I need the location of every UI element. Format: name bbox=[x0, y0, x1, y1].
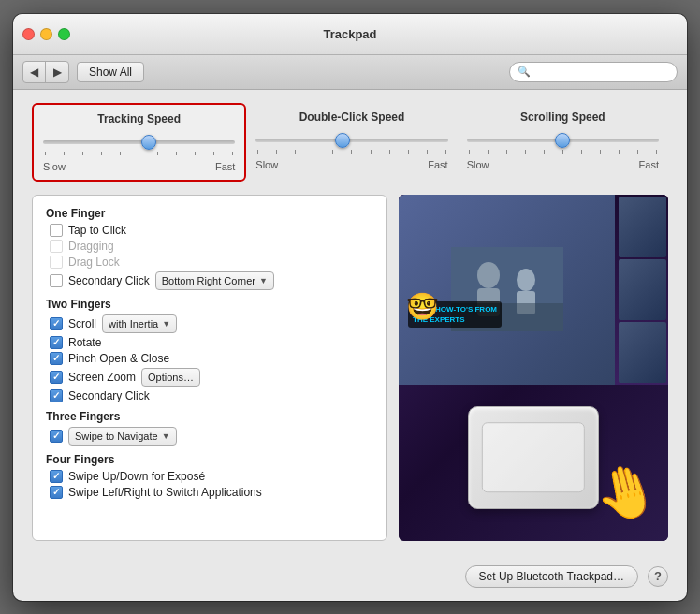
double-click-speed-slider[interactable] bbox=[255, 131, 447, 155]
section-four-fingers: Four Fingers bbox=[46, 453, 373, 466]
settings-panel: One Finger Tap to Click Dragging Drag Lo… bbox=[32, 195, 387, 541]
dragging-label: Dragging bbox=[68, 240, 114, 253]
window-title: Trackpad bbox=[323, 27, 376, 41]
secondary-click-one-dropdown[interactable]: Bottom Right Corner ▼ bbox=[155, 271, 274, 290]
screen-zoom-dropdown-value: Options… bbox=[148, 372, 194, 383]
scrolling-speed-label: Scrolling Speed bbox=[520, 110, 605, 124]
double-click-speed-slow: Slow bbox=[255, 159, 278, 170]
tracking-speed-slider[interactable] bbox=[43, 133, 235, 157]
maximize-button[interactable] bbox=[58, 28, 70, 40]
preview-sidebar bbox=[617, 195, 668, 386]
swipe-navigate-dropdown-arrow-icon: ▼ bbox=[162, 431, 170, 441]
pinch-checkbox[interactable]: ✓ bbox=[50, 352, 63, 365]
tap-to-click-label: Tap to Click bbox=[68, 224, 126, 237]
swipe-apps-label: Swipe Left/Right to Switch Applications bbox=[68, 486, 262, 499]
drag-lock-label: Drag Lock bbox=[68, 256, 120, 269]
dropdown-arrow-icon: ▼ bbox=[259, 276, 268, 285]
titlebar: Trackpad bbox=[13, 14, 687, 55]
secondary-click-two-label: Secondary Click bbox=[68, 389, 150, 402]
scrolling-speed-ends: Slow Fast bbox=[467, 159, 659, 170]
main-panel: One Finger Tap to Click Dragging Drag Lo… bbox=[32, 195, 668, 541]
preview-trackpad: 🤚 bbox=[399, 374, 668, 541]
svg-point-3 bbox=[517, 269, 535, 291]
rotate-label: Rotate bbox=[68, 336, 101, 349]
double-click-speed-fast: Fast bbox=[428, 159, 447, 170]
trackpad-device bbox=[468, 406, 599, 509]
double-click-speed-group: Double-Click Speed Slow Fast bbox=[246, 103, 457, 182]
preview-background: TECH HOW-TO'S FROMTHE EXPERTS 🤓 bbox=[399, 195, 668, 541]
toolbar: ◀ ▶ Show All 🔍 bbox=[13, 55, 687, 90]
nav-buttons: ◀ ▶ bbox=[22, 61, 69, 83]
secondary-click-one-label: Secondary Click bbox=[68, 274, 150, 287]
forward-button[interactable]: ▶ bbox=[46, 62, 68, 82]
preview-main-photo: TECH HOW-TO'S FROMTHE EXPERTS bbox=[399, 195, 615, 386]
tracking-speed-label: Tracking Speed bbox=[97, 112, 181, 125]
scroll-label: Scroll bbox=[68, 317, 96, 330]
search-icon: 🔍 bbox=[518, 66, 531, 78]
bluetooth-trackpad-button[interactable]: Set Up Bluetooth Trackpad… bbox=[465, 565, 638, 588]
swipe-navigate-row: ✓ Swipe to Navigate ▼ bbox=[46, 427, 373, 446]
back-button[interactable]: ◀ bbox=[23, 62, 46, 82]
svg-point-1 bbox=[477, 262, 500, 288]
secondary-click-one-checkbox[interactable] bbox=[50, 274, 63, 287]
drag-lock-checkbox[interactable] bbox=[50, 256, 63, 269]
scroll-dropdown-arrow-icon: ▼ bbox=[162, 319, 170, 329]
preview-thumb-2 bbox=[619, 259, 666, 320]
scrolling-speed-slow: Slow bbox=[467, 159, 489, 170]
scroll-dropdown[interactable]: with Inertia ▼ bbox=[102, 314, 177, 333]
tracking-speed-slow: Slow bbox=[43, 161, 66, 172]
pinch-label: Pinch Open & Close bbox=[68, 352, 169, 365]
swipe-apps-checkbox[interactable]: ✓ bbox=[50, 486, 63, 499]
swipe-navigate-checkbox[interactable]: ✓ bbox=[50, 430, 63, 443]
main-window: Trackpad ◀ ▶ Show All 🔍 Tracking Speed bbox=[13, 14, 687, 601]
hand-icon: 🤚 bbox=[589, 460, 664, 526]
scrolling-speed-fast: Fast bbox=[639, 159, 659, 170]
preview-photos: TECH HOW-TO'S FROMTHE EXPERTS bbox=[399, 195, 668, 386]
tracking-speed-fast: Fast bbox=[215, 161, 235, 172]
screen-zoom-checkbox[interactable]: ✓ bbox=[50, 371, 63, 384]
section-two-fingers: Two Fingers bbox=[46, 298, 373, 311]
section-one-finger: One Finger bbox=[46, 207, 373, 220]
double-click-speed-ends: Slow Fast bbox=[255, 159, 447, 170]
preview-panel: TECH HOW-TO'S FROMTHE EXPERTS 🤓 bbox=[399, 195, 668, 541]
drag-lock-row: Drag Lock bbox=[46, 256, 373, 269]
section-three-fingers: Three Fingers bbox=[46, 410, 373, 423]
secondary-click-one-dropdown-value: Bottom Right Corner bbox=[162, 275, 255, 286]
swipe-expose-row: ✓ Swipe Up/Down for Exposé bbox=[46, 470, 373, 483]
secondary-click-two-checkbox[interactable]: ✓ bbox=[50, 389, 63, 402]
minimize-button[interactable] bbox=[40, 28, 52, 40]
scrolling-speed-slider[interactable] bbox=[467, 131, 659, 155]
scroll-row: ✓ Scroll with Inertia ▼ bbox=[46, 314, 373, 333]
dragging-checkbox[interactable] bbox=[50, 240, 63, 253]
screen-zoom-dropdown[interactable]: Options… bbox=[141, 368, 200, 387]
bottom-bar: Set Up Bluetooth Trackpad… ? bbox=[13, 556, 687, 601]
swipe-expose-checkbox[interactable]: ✓ bbox=[50, 470, 63, 483]
show-all-button[interactable]: Show All bbox=[77, 62, 144, 82]
secondary-click-one-row: Secondary Click Bottom Right Corner ▼ bbox=[46, 271, 373, 290]
rotate-row: ✓ Rotate bbox=[46, 336, 373, 349]
tap-to-click-checkbox[interactable] bbox=[50, 224, 63, 237]
scroll-checkbox[interactable]: ✓ bbox=[50, 317, 63, 330]
swipe-navigate-dropdown[interactable]: Swipe to Navigate ▼ bbox=[68, 427, 177, 446]
sliders-section: Tracking Speed Slow Fast bbox=[13, 90, 687, 556]
secondary-click-two-row: ✓ Secondary Click bbox=[46, 389, 373, 402]
sliders-row: Tracking Speed Slow Fast bbox=[32, 103, 668, 182]
search-box: 🔍 bbox=[509, 62, 678, 82]
swipe-expose-label: Swipe Up/Down for Exposé bbox=[68, 470, 205, 483]
tracking-speed-ends: Slow Fast bbox=[43, 161, 235, 172]
scrolling-speed-group: Scrolling Speed Slow Fast bbox=[458, 103, 668, 182]
scroll-dropdown-value: with Inertia bbox=[109, 318, 158, 329]
search-input[interactable] bbox=[534, 66, 669, 79]
pinch-row: ✓ Pinch Open & Close bbox=[46, 352, 373, 365]
rotate-checkbox[interactable]: ✓ bbox=[50, 336, 63, 349]
preview-thumb-1 bbox=[619, 197, 666, 257]
close-button[interactable] bbox=[22, 28, 35, 40]
tracking-speed-group: Tracking Speed Slow Fast bbox=[32, 103, 246, 182]
screen-zoom-row: ✓ Screen Zoom Options… bbox=[46, 368, 373, 387]
mascot-icon: 🤓 bbox=[406, 291, 439, 322]
tap-to-click-row: Tap to Click bbox=[46, 224, 373, 237]
dragging-row: Dragging bbox=[46, 240, 373, 253]
swipe-navigate-dropdown-value: Swipe to Navigate bbox=[75, 431, 158, 442]
swipe-apps-row: ✓ Swipe Left/Right to Switch Application… bbox=[46, 486, 373, 499]
help-button[interactable]: ? bbox=[648, 566, 668, 587]
